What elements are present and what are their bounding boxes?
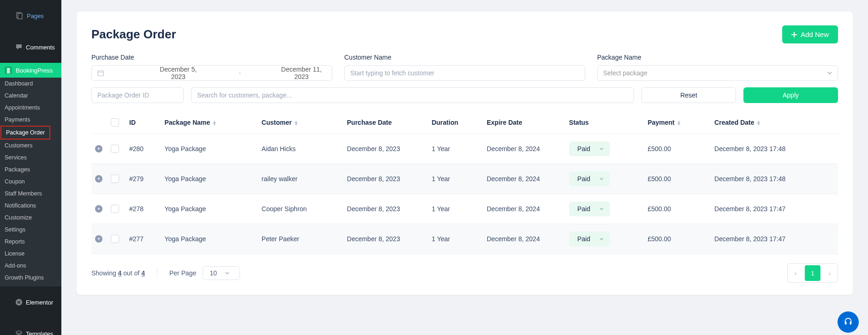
sidebar-item-comments[interactable]: Comments [0,31,61,63]
apply-button[interactable]: Apply [743,87,838,103]
col-purchase[interactable]: Purchase Date [343,111,428,134]
status-select[interactable]: Paid [569,171,610,186]
search-input[interactable] [191,87,634,103]
row-checkbox[interactable] [111,175,119,183]
sidebar-sub-staff-members[interactable]: Staff Members [0,188,61,200]
bookingpress-icon [4,66,12,74]
page-prev[interactable]: ‹ [788,265,803,281]
col-package[interactable]: Package Name▲▼ [161,111,257,134]
chevron-down-icon [599,177,604,180]
add-new-label: Add New [801,30,829,38]
sidebar-sub-coupon[interactable]: Coupon [0,176,61,188]
package-name-label: Package Name [597,54,838,61]
row-checkbox[interactable] [111,205,119,213]
sidebar-sub-appointments[interactable]: Appointments [0,102,61,114]
elementor-icon [15,298,23,306]
col-expire[interactable]: Expire Date [483,111,565,134]
cell-payment: £500.00 [644,134,711,164]
status-select[interactable]: Paid [569,141,610,156]
sidebar-item-label: Templates [26,330,53,335]
sidebar-sub-add-ons[interactable]: Add-ons [0,260,61,272]
sidebar-sub-package-order[interactable]: Package Order [0,126,50,140]
status-select[interactable]: Paid [569,231,610,246]
table-row: +#278Yoga PackageCooper SiphronDecember … [91,194,838,224]
date-separator: - [207,69,273,77]
customer-name-label: Customer Name [344,54,585,61]
package-select-placeholder: Select package [603,69,647,77]
cell-package: Yoga Package [161,164,257,194]
sidebar-item-templates[interactable]: Templates [0,318,61,335]
purchase-date-range[interactable]: December 5, 2023 - December 11, 2023 [91,65,332,81]
cell-customer: Cooper Siphron [258,194,343,224]
plus-icon [791,32,797,37]
sort-icon: ▲▼ [293,121,299,125]
sidebar-sub-customers[interactable]: Customers [0,140,61,152]
cell-expire: December 8, 2024 [483,194,565,224]
sidebar-sub-services[interactable]: Services [0,152,61,164]
date-to: December 11, 2023 [277,66,327,80]
paginator: ‹ 1 › [787,263,838,283]
cell-created: December 8, 2023 17:47 [711,224,838,254]
cell-expire: December 8, 2024 [483,164,565,194]
package-order-id-input[interactable] [91,87,184,103]
main-content: Package Order Add New Purchase Date Dece… [61,0,868,335]
cell-id: #278 [126,194,161,224]
col-id[interactable]: ID [126,111,161,134]
cell-purchase: December 8, 2023 [343,194,428,224]
add-new-button[interactable]: Add New [782,25,838,43]
row-checkbox[interactable] [111,145,119,153]
orders-table: ID Package Name▲▼ Customer▲▼ Purchase Da… [91,111,838,254]
status-value: Paid [577,205,590,213]
chevron-down-icon [827,72,832,74]
col-created[interactable]: Created Date▲▼ [711,111,838,134]
col-customer[interactable]: Customer▲▼ [258,111,343,134]
comments-icon [15,43,23,51]
cell-duration: 1 Year [428,224,483,254]
customer-name-input[interactable] [344,65,585,81]
sidebar-sub-packages[interactable]: Packages [0,164,61,176]
sidebar-item-pages[interactable]: Pages [0,0,61,31]
sidebar-sub-payments[interactable]: Payments [0,114,61,126]
sidebar-item-elementor[interactable]: Elementor [0,286,61,318]
perpage-select[interactable]: 10 [203,266,240,280]
expand-icon[interactable]: + [95,145,102,152]
sidebar-sub-reports[interactable]: Reports [0,236,61,248]
chevron-down-icon [599,238,604,240]
reset-button[interactable]: Reset [641,87,736,103]
templates-icon [15,329,23,335]
sidebar-sub-license[interactable]: License [0,248,61,260]
help-fab[interactable] [838,311,859,333]
svg-rect-6 [19,302,20,303]
expand-icon[interactable]: + [95,175,102,183]
cell-payment: £500.00 [644,224,711,254]
expand-icon[interactable]: + [95,205,102,213]
expand-icon[interactable]: + [95,235,102,243]
cell-duration: 1 Year [428,194,483,224]
page-next[interactable]: › [822,265,838,281]
sidebar-sub-dashboard[interactable]: Dashboard [0,78,61,90]
col-status[interactable]: Status [565,111,644,134]
table-row: +#279Yoga Packagerailey walkerDecember 8… [91,164,838,194]
sidebar-bookingpress[interactable]: BookingPress [0,63,61,78]
svg-rect-5 [19,301,20,302]
perpage-label: Per Page [169,269,196,277]
sort-icon: ▲▼ [676,121,682,125]
col-duration[interactable]: Duration [428,111,483,134]
sidebar-sub-growth-plugins[interactable]: Growth Plugins [0,272,61,284]
sidebar-sub-settings[interactable]: Settings [0,224,61,236]
select-all-checkbox[interactable] [111,118,119,127]
cell-payment: £500.00 [644,194,711,224]
page-1[interactable]: 1 [805,265,820,281]
row-checkbox[interactable] [111,235,119,243]
sidebar-sub-calendar[interactable]: Calendar [0,90,61,102]
sidebar-sub-notifications[interactable]: Notifications [0,200,61,212]
svg-rect-7 [19,303,20,304]
sidebar-sub-customize[interactable]: Customize [0,212,61,224]
cell-customer: railey walker [258,164,343,194]
cell-purchase: December 8, 2023 [343,224,428,254]
cell-created: December 8, 2023 17:48 [711,134,838,164]
package-select[interactable]: Select package [597,65,838,81]
status-select[interactable]: Paid [569,201,610,216]
svg-rect-4 [18,301,18,304]
col-payment[interactable]: Payment▲▼ [644,111,711,134]
